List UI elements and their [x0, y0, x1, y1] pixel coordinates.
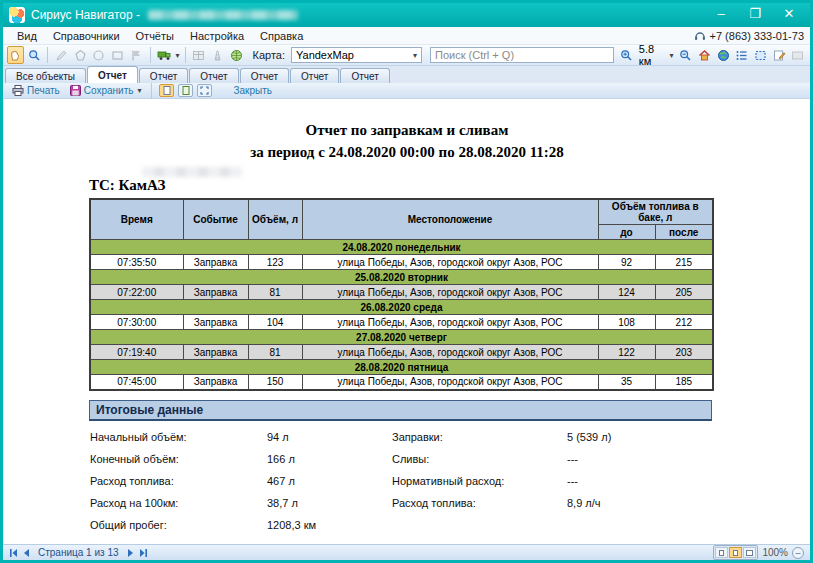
col-time: Время: [90, 199, 183, 240]
map-label: Карта:: [253, 49, 286, 61]
geozones-button[interactable]: [228, 46, 245, 64]
view-mode-multi-button[interactable]: [743, 547, 756, 558]
app-window: Сириус Навигатор - – ❐ ✕ Вид Справочники…: [0, 0, 813, 563]
summary-value: 38,7 л: [267, 497, 392, 510]
flag-icon: [130, 49, 143, 62]
view-single-page-button[interactable]: [159, 84, 174, 97]
summary-label: Расход топлива:: [90, 475, 267, 488]
edit-track-button[interactable]: [53, 46, 70, 64]
table-row[interactable]: 07:22:00Заправка 81улица Победы, Азов, г…: [90, 285, 713, 300]
tab-all-objects[interactable]: Все объекты: [5, 68, 86, 83]
menu-nastroyka[interactable]: Настройка: [182, 29, 252, 43]
summary-value: ---: [567, 453, 713, 466]
close-report-label: Закрыть: [233, 85, 272, 96]
window-title: Сириус Навигатор -: [31, 8, 140, 22]
table-row[interactable]: 07:30:00Заправка 104улица Победы, Азов, …: [90, 315, 713, 330]
select-area-button[interactable]: [752, 46, 769, 64]
continuous-page-icon: [182, 86, 190, 95]
legend-button[interactable]: [733, 46, 750, 64]
menu-spravka[interactable]: Справка: [252, 29, 311, 43]
rectangle-icon: [111, 49, 124, 62]
minimap-button[interactable]: [789, 46, 806, 64]
menu-vid[interactable]: Вид: [9, 29, 45, 43]
prev-page-button[interactable]: [23, 549, 29, 557]
menu-otchety[interactable]: Отчёты: [128, 29, 182, 43]
world-map-button[interactable]: [715, 46, 732, 64]
table-view-button[interactable]: [190, 46, 207, 64]
tab-report-6[interactable]: Отчет: [340, 68, 389, 83]
tab-report-3[interactable]: Отчет: [189, 68, 238, 83]
map-select[interactable]: YandexMap ▾: [291, 47, 422, 63]
tab-report-4[interactable]: Отчет: [240, 68, 289, 83]
table-row[interactable]: 07:45:00Заправка 150улица Победы, Азов, …: [90, 375, 713, 390]
col-before: до: [598, 225, 655, 240]
menu-spravochniki[interactable]: Справочники: [45, 29, 128, 43]
next-page-button[interactable]: [128, 549, 134, 557]
report-page: Отчет по заправкам и сливам за период с …: [3, 99, 810, 544]
support-phone: +7 (863) 333-01-73: [710, 30, 804, 42]
save-label: Сохранить: [84, 85, 134, 96]
table-icon: [192, 49, 205, 62]
zoom-out-button[interactable]: [677, 46, 694, 64]
app-logo-icon: [9, 7, 25, 23]
last-page-button[interactable]: [139, 549, 148, 557]
summary-value: 94 л: [267, 431, 392, 444]
zoom-in-icon: [620, 49, 633, 62]
col-location: Местоположение: [302, 199, 598, 240]
summary-value: 5 (539 л): [567, 431, 713, 444]
polygon-icon: [74, 49, 87, 62]
summary-label: Расход топлива:: [392, 497, 567, 510]
flag-tool-button[interactable]: [128, 46, 145, 64]
maximize-button[interactable]: ❐: [740, 6, 770, 24]
zoom-search-button[interactable]: [26, 46, 43, 64]
circle-tool-button[interactable]: [91, 46, 108, 64]
rectangle-tool-button[interactable]: [109, 46, 126, 64]
zoom-in-button[interactable]: [618, 46, 635, 64]
zoom-decrease-button[interactable]: –: [792, 547, 804, 559]
tab-report-1[interactable]: Отчет: [87, 66, 138, 83]
summary-label: Расход на 100км:: [90, 497, 267, 510]
menubar: Вид Справочники Отчёты Настройка Справка…: [3, 27, 810, 45]
summary-value: 8,9 л/ч: [567, 497, 713, 510]
map-select-chevron-icon: ▾: [413, 51, 417, 60]
col-tank: Объём топлива в баке, л: [598, 199, 713, 225]
view-fit-button[interactable]: [197, 84, 212, 97]
selection-rect-icon: [754, 49, 767, 62]
table-header-row: Время Событие Объём, л Местоположение Об…: [90, 199, 713, 225]
pan-hand-button[interactable]: [7, 46, 24, 64]
close-button[interactable]: ✕: [774, 6, 804, 24]
truck-icon: [157, 49, 172, 62]
save-dropdown-chevron-icon[interactable]: ▾: [137, 86, 141, 95]
day-banner: 26.08.2020 среда: [90, 300, 713, 315]
save-button[interactable]: Сохранить ▾: [67, 85, 145, 96]
close-report-button[interactable]: Закрыть: [230, 85, 275, 96]
home-button[interactable]: [696, 46, 713, 64]
tab-report-5[interactable]: Отчет: [290, 68, 339, 83]
headset-icon: [694, 30, 706, 42]
road-button[interactable]: [209, 46, 226, 64]
view-mode-normal-button[interactable]: [715, 547, 728, 558]
map-scale-select[interactable]: 5.8 км ▾: [637, 43, 676, 67]
view-continuous-button[interactable]: [178, 84, 193, 97]
statusbar: Страница 1 из 13 100% –: [3, 544, 810, 560]
table-row[interactable]: 07:19:40Заправка 81улица Победы, Азов, г…: [90, 345, 713, 360]
first-page-button[interactable]: [9, 549, 18, 557]
minimap-icon: [791, 49, 804, 62]
vehicles-button[interactable]: [156, 46, 173, 64]
summary-label: Нормативный расход:: [392, 475, 567, 488]
magnifier-icon: [28, 49, 41, 62]
truck-dropdown-chevron-icon[interactable]: ▾: [176, 51, 180, 60]
summary-value: 1208,3 км: [267, 519, 392, 532]
map-scale-value: 5.8 км: [639, 43, 667, 67]
search-input[interactable]: [430, 47, 614, 63]
view-mode-layout-button[interactable]: [729, 547, 742, 558]
tab-report-2[interactable]: Отчет: [139, 68, 188, 83]
minimize-button[interactable]: –: [706, 6, 736, 24]
print-button[interactable]: Печать: [9, 85, 63, 96]
edit-note-button[interactable]: [771, 46, 788, 64]
polygon-tool-button[interactable]: [72, 46, 89, 64]
summary-label: Общий пробег:: [90, 519, 267, 532]
table-row[interactable]: 07:35:50Заправка 123улица Победы, Азов, …: [90, 255, 713, 270]
printer-icon: [12, 85, 24, 96]
redacted-vehicle-info: [142, 167, 242, 177]
